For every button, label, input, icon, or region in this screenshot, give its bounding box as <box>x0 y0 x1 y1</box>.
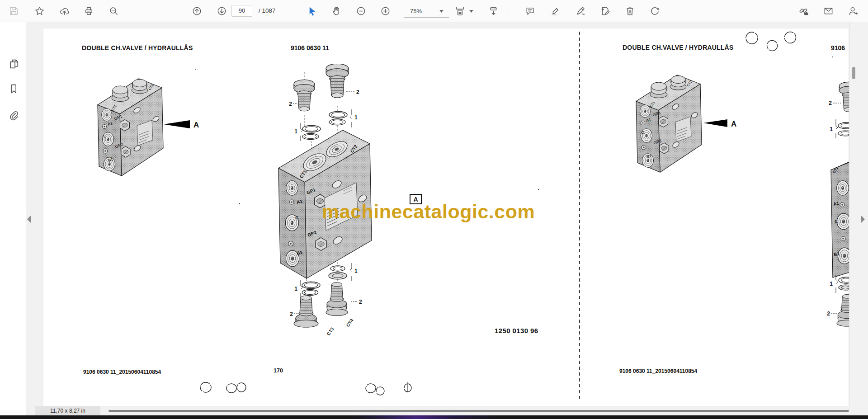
item-1-label: 1 <box>294 128 297 135</box>
page-dimensions-badge: 11,70 x 8,27 in <box>35 406 100 415</box>
rotate-page-button[interactable] <box>648 4 661 18</box>
left-page-ref-code: 1250 0130 96 <box>495 327 538 334</box>
left-page-number: 170 <box>274 367 283 374</box>
item-2-label: 2 <box>289 101 292 107</box>
right-page-partial-diagram: 2 1 1 2 CT1 A1 C B1 <box>826 76 849 338</box>
highlighter-button[interactable] <box>548 4 562 18</box>
zoom-out-button[interactable] <box>354 4 368 18</box>
item-1-label: 1 <box>294 286 297 292</box>
item-2-label: 2 <box>827 311 830 317</box>
main-toolbar: 90 / 1087 75% <box>0 0 868 22</box>
item-1-label: 1 <box>354 268 358 274</box>
left-sidebar <box>0 22 26 415</box>
zoom-level-value: 75% <box>410 8 422 14</box>
toolbar-separator <box>285 4 285 18</box>
collapse-left-panel-handle[interactable] <box>27 216 31 223</box>
email-button[interactable] <box>821 4 835 18</box>
item-1-label: 1 <box>830 126 833 132</box>
vertical-scrollbar[interactable] <box>849 22 868 406</box>
chevron-down-icon <box>439 10 443 13</box>
arrow-left-icon <box>164 120 190 128</box>
pdf-viewer-window: CT1 CT2 GP1 GP2 A1 C B1 90 / 1087 75% <box>0 0 868 419</box>
item-1-label: 1 <box>354 114 358 121</box>
view-arrow-label-left: A <box>193 121 199 129</box>
right-page-doc-code: 9106 <box>831 44 845 52</box>
search-button[interactable] <box>107 4 120 18</box>
hand-pan-button[interactable] <box>330 4 343 18</box>
share-link-button[interactable] <box>797 4 810 18</box>
page-down-button[interactable] <box>215 4 228 18</box>
left-page-doc-code: 9106 0630 11 <box>291 44 329 52</box>
delete-trash-button[interactable] <box>623 4 637 18</box>
item-2-label: 2 <box>359 299 362 305</box>
page-thumbnails-button[interactable] <box>7 57 20 71</box>
scroll-mode-button[interactable] <box>486 4 500 18</box>
item-2-label: 2 <box>290 311 293 317</box>
view-arrow-right: A <box>702 118 741 129</box>
valve-block-illustration-right <box>634 73 702 173</box>
bookmarks-button[interactable] <box>7 82 20 95</box>
view-arrow-left: A <box>163 118 203 130</box>
left-page-footer-id: 9106 0630 11_20150604110854 <box>83 369 161 375</box>
page-number-input[interactable]: 90 <box>231 5 252 17</box>
page-total-label: / 1087 <box>259 7 276 14</box>
save-button[interactable] <box>7 4 20 18</box>
scan-speck <box>195 69 196 70</box>
view-arrow-label-right: A <box>731 120 736 128</box>
item-2-label: 2 <box>829 100 832 106</box>
bottom-edge-bar <box>0 415 868 419</box>
item-1-label: 1 <box>830 281 833 287</box>
favorite-star-button[interactable] <box>33 4 46 18</box>
chevron-down-icon[interactable] <box>469 10 473 13</box>
section-a-box: A <box>410 194 422 204</box>
section-a-label: A <box>413 196 418 203</box>
bookmark-icon <box>8 83 19 94</box>
share-upload-button[interactable] <box>57 4 71 18</box>
comment-button[interactable] <box>523 4 537 18</box>
right-page-title: DOUBLE CH.VALVE / HYDRAULLÅS <box>623 44 733 51</box>
status-bar: 11,70 x 8,27 in <box>26 406 868 415</box>
vertical-scrollbar-thumb[interactable] <box>852 67 855 79</box>
toolbar-separator <box>508 4 508 18</box>
print-button[interactable] <box>82 4 95 18</box>
footer-markup-circles <box>197 380 418 399</box>
watermark: machinecatalogic.com <box>322 201 535 223</box>
port-label-ct3: CT3 <box>326 326 335 336</box>
right-page-footer-id: 9106 0630 11_20150604110854 <box>619 368 697 374</box>
collapse-right-panel-handle[interactable] <box>861 216 865 223</box>
page-dimensions-value: 11,70 x 8,27 in <box>50 408 85 414</box>
fit-page-button[interactable] <box>453 4 467 18</box>
port-label-ct4: CT4 <box>345 318 354 328</box>
edit-document-button[interactable] <box>598 4 612 18</box>
item-2-label: 2 <box>356 89 359 95</box>
page-fold-divider <box>579 32 580 399</box>
scan-speck <box>538 189 539 190</box>
zoom-in-button[interactable] <box>378 4 392 18</box>
valve-block-illustration-left <box>96 77 164 176</box>
left-page-title: DOUBLE CH.VALVE / HYDRAULLÅS <box>82 44 193 52</box>
scan-speck <box>239 203 240 204</box>
arrow-left-icon <box>703 119 727 127</box>
add-account-button[interactable] <box>846 4 860 18</box>
paperclip-icon <box>8 110 19 121</box>
horizontal-scrollbar-thumb[interactable] <box>108 410 849 412</box>
scan-speck <box>832 56 833 57</box>
page-up-button[interactable] <box>190 4 203 18</box>
zoom-level-dropdown[interactable]: 75% <box>404 5 449 18</box>
attachments-button[interactable] <box>7 108 20 122</box>
select-cursor-button[interactable] <box>305 4 319 18</box>
signature-pen-button[interactable] <box>574 4 587 18</box>
top-markup-circles <box>744 29 798 52</box>
pages-icon <box>8 58 19 70</box>
